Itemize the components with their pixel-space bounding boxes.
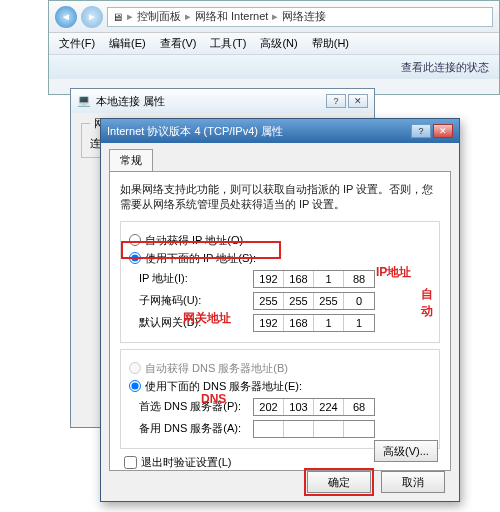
field-default-gateway: 默认网关(D): 192 168 1 1 (139, 314, 431, 332)
cancel-button[interactable]: 取消 (381, 471, 445, 493)
gateway-label: 默认网关(D): (139, 315, 249, 330)
ip-octet[interactable] (254, 421, 284, 437)
explorer-window: ◄ ► 🖥 ▸ 控制面板 ▸ 网络和 Internet ▸ 网络连接 文件(F)… (48, 0, 500, 95)
tcpdialog-titlebar[interactable]: Internet 协议版本 4 (TCP/IPv4) 属性 ? ✕ (101, 119, 459, 143)
ip-octet[interactable]: 192 (254, 271, 284, 287)
radio-dns-auto-label: 自动获得 DNS 服务器地址(B) (145, 361, 288, 376)
menu-file[interactable]: 文件(F) (59, 36, 95, 51)
ip-octet[interactable]: 88 (344, 271, 374, 287)
gateway-input[interactable]: 192 168 1 1 (253, 314, 375, 332)
tab-general[interactable]: 常规 (109, 149, 153, 171)
ip-address-input[interactable]: 192 168 1 88 (253, 270, 375, 288)
radio-ip-auto-label: 自动获得 IP 地址(O) (145, 233, 243, 248)
menu-view[interactable]: 查看(V) (160, 36, 197, 51)
ip-octet[interactable]: 103 (284, 399, 314, 415)
tabstrip: 常规 (101, 143, 459, 171)
netdialog-titlebar: 💻 本地连接 属性 ? ✕ (71, 89, 374, 113)
help-icon[interactable]: ? (411, 124, 431, 138)
ip-octet[interactable]: 192 (254, 315, 284, 331)
explorer-menu: 文件(F) 编辑(E) 查看(V) 工具(T) 高级(N) 帮助(H) (49, 33, 499, 55)
ip-octet[interactable] (344, 421, 374, 437)
radio-ip-manual-row[interactable]: 使用下面的 IP 地址(S): (129, 251, 431, 266)
close-icon[interactable]: ✕ (433, 124, 453, 138)
close-icon[interactable]: ✕ (348, 94, 368, 108)
breadcrumb-p2[interactable]: 网络和 Internet (195, 9, 268, 24)
radio-dns-auto (129, 362, 141, 374)
radio-ip-auto[interactable] (129, 234, 141, 246)
radio-dns-manual-row[interactable]: 使用下面的 DNS 服务器地址(E): (129, 379, 431, 394)
radio-ip-manual-label: 使用下面的 IP 地址(S): (145, 251, 256, 266)
checkbox-validate-label: 退出时验证设置(L) (141, 455, 231, 470)
ip-octet[interactable] (284, 421, 314, 437)
dns-pref-label: 首选 DNS 服务器(P): (139, 399, 249, 414)
tabpanel-general: 如果网络支持此功能，则可以获取自动指派的 IP 设置。否则，您需要从网络系统管理… (109, 171, 451, 471)
radio-dns-auto-row: 自动获得 DNS 服务器地址(B) (129, 361, 431, 376)
subnet-mask-input[interactable]: 255 255 255 0 (253, 292, 375, 310)
ip-octet[interactable]: 168 (284, 271, 314, 287)
radio-ip-auto-row[interactable]: 自动获得 IP 地址(O) (129, 233, 431, 248)
ip-octet[interactable]: 0 (344, 293, 374, 309)
advanced-button[interactable]: 高级(V)... (374, 440, 438, 462)
ip-octet[interactable] (314, 421, 344, 437)
radio-dns-manual[interactable] (129, 380, 141, 392)
dialog-tcpip-properties: Internet 协议版本 4 (TCP/IPv4) 属性 ? ✕ 常规 如果网… (100, 118, 460, 502)
ip-octet[interactable]: 1 (344, 315, 374, 331)
ip-octet[interactable]: 68 (344, 399, 374, 415)
explorer-toolbar: 查看此连接的状态 (49, 55, 499, 79)
radio-dns-manual-label: 使用下面的 DNS 服务器地址(E): (145, 379, 302, 394)
explorer-nav: ◄ ► 🖥 ▸ 控制面板 ▸ 网络和 Internet ▸ 网络连接 (49, 1, 499, 33)
dns-pref-input[interactable]: 202 103 224 68 (253, 398, 375, 416)
radio-ip-manual[interactable] (129, 252, 141, 264)
ip-octet[interactable]: 224 (314, 399, 344, 415)
field-subnet-mask: 子网掩码(U): 255 255 255 0 (139, 292, 431, 310)
dns-alt-input[interactable] (253, 420, 375, 438)
field-ip-address: IP 地址(I): 192 168 1 88 (139, 270, 431, 288)
back-button[interactable]: ◄ (55, 6, 77, 28)
ip-octet[interactable]: 255 (314, 293, 344, 309)
menu-help[interactable]: 帮助(H) (312, 36, 349, 51)
breadcrumb-p3[interactable]: 网络连接 (282, 9, 326, 24)
menu-edit[interactable]: 编辑(E) (109, 36, 146, 51)
ip-octet[interactable]: 255 (254, 293, 284, 309)
ip-octet[interactable]: 1 (314, 315, 344, 331)
menu-adv[interactable]: 高级(N) (260, 36, 297, 51)
field-dns-preferred: 首选 DNS 服务器(P): 202 103 224 68 (139, 398, 431, 416)
ip-octet[interactable]: 168 (284, 315, 314, 331)
checkbox-validate-on-exit[interactable] (124, 456, 137, 469)
section-ip: 自动获得 IP 地址(O) 使用下面的 IP 地址(S): IP 地址(I): … (120, 221, 440, 343)
breadcrumb-p1[interactable]: 控制面板 (137, 9, 181, 24)
help-icon[interactable]: ? (326, 94, 346, 108)
forward-button[interactable]: ► (81, 6, 103, 28)
toolbar-status-link[interactable]: 查看此连接的状态 (401, 60, 489, 75)
ok-button[interactable]: 确定 (307, 471, 371, 493)
ip-octet[interactable]: 1 (314, 271, 344, 287)
section-dns: 自动获得 DNS 服务器地址(B) 使用下面的 DNS 服务器地址(E): 首选… (120, 349, 440, 449)
menu-tools[interactable]: 工具(T) (210, 36, 246, 51)
netdialog-title: 本地连接 属性 (96, 94, 165, 109)
ip-octet[interactable]: 202 (254, 399, 284, 415)
breadcrumb[interactable]: 🖥 ▸ 控制面板 ▸ 网络和 Internet ▸ 网络连接 (107, 7, 493, 27)
field-dns-alt: 备用 DNS 服务器(A): (139, 420, 431, 438)
ip-address-label: IP 地址(I): (139, 271, 249, 286)
tcpdialog-title: Internet 协议版本 4 (TCP/IPv4) 属性 (107, 124, 283, 139)
description-text: 如果网络支持此功能，则可以获取自动指派的 IP 设置。否则，您需要从网络系统管理… (120, 182, 440, 213)
network-icon: 💻 (77, 94, 91, 108)
home-icon: 🖥 (112, 11, 123, 23)
ip-octet[interactable]: 255 (284, 293, 314, 309)
subnet-mask-label: 子网掩码(U): (139, 293, 249, 308)
dialog-button-row: 确定 取消 (307, 471, 445, 493)
dns-alt-label: 备用 DNS 服务器(A): (139, 421, 249, 436)
